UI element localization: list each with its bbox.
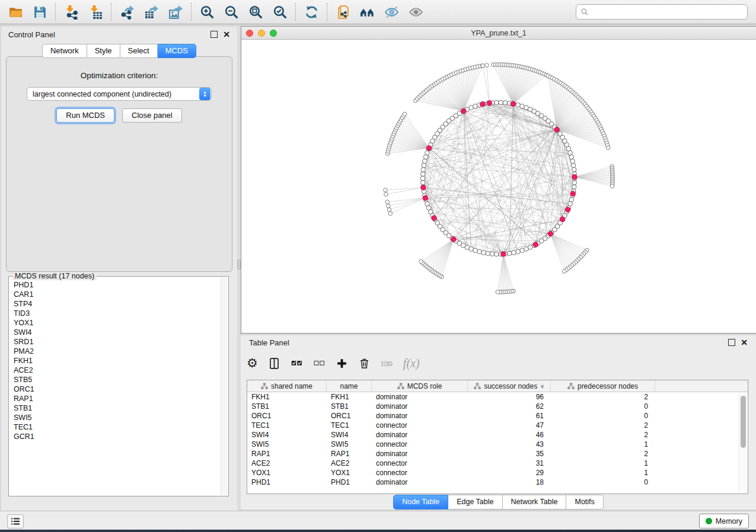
table-cell: 96 [468,393,551,401]
column-header-filler [655,380,748,392]
float-panel-icon[interactable] [210,31,218,38]
export-table-icon [144,5,159,20]
tab-motifs[interactable]: Motifs [566,495,603,509]
mcds-result-item[interactable]: SWI5 [14,413,228,422]
zoom-fit-button[interactable] [244,1,268,23]
import-table-button[interactable] [84,1,108,23]
mcds-result-item[interactable]: SRD1 [14,337,228,347]
table-row[interactable]: SWI5SWI5connector431 [247,440,748,449]
tab-style[interactable]: Style [87,44,120,58]
zoom-selected-button[interactable] [268,1,292,23]
add-column-icon[interactable] [336,357,348,370]
network-canvas[interactable] [241,39,755,333]
table-cell: 2 [551,393,655,401]
memory-button[interactable]: Memory [699,514,749,528]
mcds-result-item[interactable]: TID3 [14,309,228,318]
table-scrollbar[interactable] [739,393,747,492]
column-header[interactable]: shared name [247,380,327,392]
table-cell: 1 [551,459,655,467]
export-image-button[interactable] [164,1,188,23]
export-table-button[interactable] [139,1,164,23]
mcds-result-item[interactable]: PHD1 [14,280,228,290]
tab-select[interactable]: Select [120,44,158,58]
zoom-in-button[interactable] [195,1,219,23]
hide-selected-button[interactable] [379,1,404,23]
mcds-result-item[interactable]: GCR1 [14,432,228,441]
table-row[interactable]: FKH1FKH1dominator962 [247,392,748,402]
table-row[interactable]: ORC1ORC1dominator610 [247,411,748,421]
run-mcds-button[interactable]: Run MCDS [56,108,114,123]
table-row[interactable]: RAP1RAP1dominator352 [247,449,748,459]
import-network-button[interactable] [59,1,84,23]
tab-network-table[interactable]: Network Table [503,495,567,509]
mcds-panel: Optimization criterion: largest connecte… [6,56,232,272]
close-panel-icon[interactable]: ✕ [223,31,230,37]
column-header[interactable]: name [327,380,372,392]
mcds-result-item[interactable]: ORC1 [14,384,228,394]
mcds-result-item[interactable]: SWI4 [14,328,228,337]
tab-network[interactable]: Network [42,44,87,58]
new-network-from-selection-button[interactable] [331,1,355,23]
save-session-button[interactable] [28,1,52,23]
table-cell: connector [372,459,468,467]
search-field[interactable] [576,4,748,20]
float-table-panel-icon[interactable] [728,339,735,346]
table-panel: Table Panel ✕ ⚙ f(x) shared namenameMCDS… [241,335,756,509]
column-type-icon [567,383,575,390]
export-image-icon [168,5,183,20]
mcds-result-scrollbar[interactable] [221,277,228,495]
tab-edge-table[interactable]: Edge Table [448,495,502,509]
mcds-result-item[interactable]: STB1 [14,403,228,413]
panel-menu-button[interactable] [7,514,24,528]
zoom-out-button[interactable] [219,1,244,23]
table-row[interactable]: PHD1PHD1dominator180 [247,477,748,487]
search-input[interactable] [591,7,747,17]
mcds-result-item[interactable]: PMA2 [14,347,228,356]
column-header-label: predecessor nodes [578,382,638,390]
open-session-button[interactable] [4,1,28,23]
table-cell: 61 [468,412,551,420]
table-row[interactable]: YOX1YOX1connector291 [247,468,748,477]
select-stepper-icon: ▲▼ [199,88,210,100]
column-header[interactable]: predecessor nodes [551,380,655,392]
tab-mcds[interactable]: MCDS [158,44,196,58]
network-window-titlebar[interactable]: YPA_prune.txt_1 [241,27,756,40]
column-header-label: name [340,382,358,390]
table-row[interactable]: ACE2ACE2connector311 [247,459,748,468]
mcds-result-item[interactable]: YOX1 [14,318,228,328]
table-row[interactable]: SWI4SWI4dominator462 [247,430,748,440]
mcds-result-item[interactable]: STP4 [14,299,228,309]
mcds-result-item[interactable]: CAR1 [14,290,228,299]
column-header[interactable]: MCDS role [372,380,468,392]
table-cell: PHD1 [327,478,372,486]
export-network-button[interactable] [115,1,139,23]
table-row[interactable]: TEC1TEC1connector472 [247,421,748,430]
mcds-result-item[interactable]: FKH1 [14,356,228,366]
close-table-panel-icon[interactable]: ✕ [741,339,748,345]
mcds-result-item[interactable]: STB5 [14,375,228,384]
zoom-selected-icon [273,5,288,20]
select-all-icon[interactable] [291,357,303,370]
zoom-fit-icon [248,5,263,20]
apply-layout-button[interactable] [299,1,324,23]
show-columns-icon[interactable] [268,357,280,370]
delete-column-icon[interactable] [358,357,371,370]
table-cell: 31 [468,459,551,467]
column-header[interactable]: successor nodes∨ [468,380,551,392]
deselect-all-icon[interactable] [313,357,326,370]
table-scrollbar-thumb[interactable] [741,396,746,448]
close-panel-button[interactable]: Close panel [122,108,182,123]
optimization-criterion-select[interactable]: largest connected component (undirected)… [27,87,212,101]
table-settings-gear-icon[interactable]: ⚙ [247,357,258,369]
mcds-result-item[interactable]: ACE2 [14,366,228,375]
control-panel-tabs: Network Style Select MCDS [1,44,237,58]
control-panel: Control Panel ✕ Network Style Select MCD… [1,27,238,511]
show-all-button[interactable] [404,1,428,23]
mcds-result-item[interactable]: RAP1 [14,394,228,403]
table-cell: STB1 [247,402,327,411]
first-neighbors-button[interactable] [355,1,379,23]
tab-node-table[interactable]: Node Table [393,495,448,509]
mcds-result-item[interactable]: TEC1 [14,422,228,432]
table-row[interactable]: STB1STB1dominator620 [247,402,748,411]
mcds-result-list[interactable]: PHD1CAR1STP4TID3YOX1SWI4SRD1PMA2FKH1ACE2… [9,280,228,441]
